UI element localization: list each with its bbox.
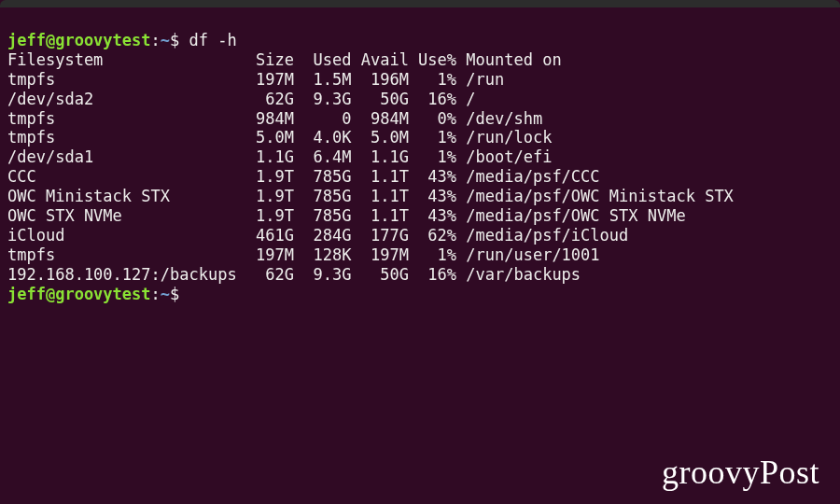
window-titlebar	[0, 0, 840, 7]
df-row: tmpfs 197M 128K 197M 1% /run/user/1001	[7, 245, 600, 264]
df-row: iCloud 461G 284G 177G 62% /media/psf/iCl…	[7, 226, 628, 245]
df-row: tmpfs 984M 0 984M 0% /dev/shm	[7, 109, 542, 128]
df-row: 192.168.100.127:/backups 62G 9.3G 50G 16…	[7, 265, 581, 284]
prompt-colon: :	[151, 285, 161, 303]
df-row: tmpfs 5.0M 4.0K 5.0M 1% /run/lock	[7, 128, 552, 147]
df-row: OWC STX NVMe 1.9T 785G 1.1T 43% /media/p…	[7, 206, 686, 225]
prompt-symbol: $	[170, 285, 179, 303]
prompt-path: ~	[161, 285, 170, 303]
prompt-user-host: jeff@groovytest	[7, 31, 151, 49]
watermark-text: groovyPost	[662, 452, 819, 493]
prompt-colon: :	[151, 31, 161, 49]
df-row: /dev/sda1 1.1G 6.4M 1.1G 1% /boot/efi	[7, 147, 552, 166]
df-row: OWC Ministack STX 1.9T 785G 1.1T 43% /me…	[7, 187, 734, 205]
df-row: CCC 1.9T 785G 1.1T 43% /media/psf/CCC	[7, 167, 600, 186]
prompt-path: ~	[161, 31, 170, 49]
terminal-viewport[interactable]: jeff@groovytest:~$ df -h Filesystem Size…	[0, 7, 840, 304]
prompt-symbol: $	[170, 31, 179, 49]
cursor	[179, 285, 189, 303]
df-header-row: Filesystem Size Used Avail Use% Mounted …	[7, 50, 562, 69]
df-row: /dev/sda2 62G 9.3G 50G 16% /	[7, 90, 476, 108]
df-row: tmpfs 197M 1.5M 196M 1% /run	[7, 70, 504, 89]
command-text: df -h	[179, 31, 236, 49]
prompt-user-host: jeff@groovytest	[7, 285, 151, 303]
